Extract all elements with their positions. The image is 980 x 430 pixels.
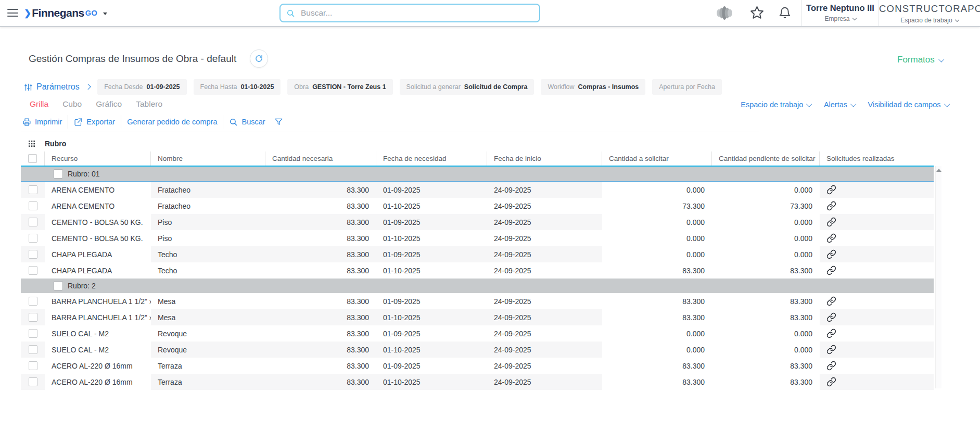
table-row[interactable]: ACERO AL-220 Ø 16mmTerraza83.30001-10-20… bbox=[21, 374, 934, 390]
row-checkbox[interactable] bbox=[29, 201, 37, 210]
checkbox-cell bbox=[21, 230, 45, 246]
table-row[interactable]: CEMENTO - BOLSA 50 KG.Piso83.30001-10-20… bbox=[21, 230, 934, 246]
solicitudes-link-icon[interactable] bbox=[820, 325, 934, 342]
row-checkbox[interactable] bbox=[29, 361, 37, 370]
notifications-icon[interactable] bbox=[778, 6, 792, 20]
buscar-button[interactable]: Buscar bbox=[229, 118, 265, 127]
panel-link-label: Visibilidad de campos bbox=[868, 100, 941, 109]
cell-cantidad-necesaria: 83.300 bbox=[265, 182, 376, 198]
table-row[interactable]: CHAPA PLEGADATecho83.30001-10-202524-09-… bbox=[21, 262, 934, 279]
group-checkbox[interactable] bbox=[54, 169, 63, 179]
cell-fecha-de-necesidad: 01-09-2025 bbox=[376, 325, 487, 342]
solicitudes-link-icon[interactable] bbox=[820, 214, 934, 230]
chevron-down-icon bbox=[807, 101, 812, 107]
column-header-cantidad-necesaria[interactable]: Cantidad necesaria bbox=[265, 151, 376, 166]
row-checkbox[interactable] bbox=[29, 266, 37, 275]
company-selector[interactable]: Torre Neptuno III Empresa bbox=[802, 0, 879, 26]
group-label: Rubro: 2 bbox=[68, 282, 96, 290]
tab-grilla[interactable]: Grilla bbox=[30, 99, 48, 109]
column-header-recurso[interactable]: Recurso bbox=[45, 151, 151, 166]
table-row[interactable]: SUELO CAL - M2Revoque83.30001-10-202524-… bbox=[21, 342, 934, 358]
solicitudes-link-icon[interactable] bbox=[820, 293, 934, 309]
group-by-bar[interactable]: Rubro bbox=[29, 137, 66, 150]
table-row[interactable]: CHAPA PLEGADATecho83.30001-09-202524-09-… bbox=[21, 246, 934, 262]
solicitudes-link-icon[interactable] bbox=[820, 182, 934, 198]
group-label: Rubro: 01 bbox=[68, 170, 99, 178]
group-checkbox[interactable] bbox=[54, 281, 63, 290]
panel-link-visibilidad-de-campos[interactable]: Visibilidad de campos bbox=[868, 100, 949, 109]
solicitudes-link-icon[interactable] bbox=[820, 198, 934, 214]
select-all-checkbox[interactable] bbox=[28, 154, 37, 163]
workspace-selector-label: Espacio de trabajo bbox=[900, 17, 952, 24]
search-input[interactable] bbox=[300, 8, 533, 18]
row-checkbox[interactable] bbox=[29, 218, 37, 226]
tab-cubo[interactable]: Cubo bbox=[62, 99, 82, 109]
menu-icon[interactable] bbox=[7, 9, 18, 19]
solicitudes-link-icon[interactable] bbox=[820, 342, 934, 358]
parameter-chip-label: Solicitud a generar bbox=[406, 83, 461, 91]
checkbox-cell bbox=[21, 342, 45, 358]
tab-tablero[interactable]: Tablero bbox=[136, 99, 162, 109]
workspace-selector[interactable]: CONSTRUCTORAPO Espacio de trabajo bbox=[879, 0, 980, 26]
chevron-right-icon bbox=[85, 84, 91, 90]
cell-recurso: CHAPA PLEGADA bbox=[45, 246, 151, 262]
refresh-button[interactable] bbox=[250, 49, 268, 68]
panel-link-alertas[interactable]: Alertas bbox=[824, 100, 856, 109]
global-search[interactable] bbox=[279, 4, 540, 22]
column-header-solicitudes-realizadas[interactable]: Solicitudes realizadas bbox=[820, 151, 934, 166]
finnegans-mark-icon[interactable] bbox=[715, 5, 734, 21]
filter-icon[interactable] bbox=[274, 117, 283, 127]
row-checkbox[interactable] bbox=[29, 313, 37, 322]
tab-grafico[interactable]: Gráfico bbox=[96, 99, 122, 109]
row-checkbox[interactable] bbox=[29, 250, 37, 259]
row-checkbox[interactable] bbox=[29, 377, 37, 386]
table-row[interactable]: CEMENTO - BOLSA 50 KG.Piso83.30001-09-20… bbox=[21, 214, 934, 230]
column-header-cantidad-pendiente-de-solicitar[interactable]: Cantidad pendiente de solicitar bbox=[712, 151, 820, 166]
parameter-chip-workflow[interactable]: WorkflowCompras - Insumos bbox=[541, 79, 645, 95]
parameters-toggle[interactable]: Parámetros bbox=[24, 82, 90, 92]
table-row[interactable]: BARRA PLANCHUELA 1 1/2" ›Mesa83.30001-09… bbox=[21, 293, 934, 309]
cell-nombre: Techo bbox=[151, 246, 265, 262]
row-checkbox[interactable] bbox=[29, 297, 37, 306]
toolbar-separator bbox=[121, 115, 121, 129]
solicitudes-link-icon[interactable] bbox=[820, 309, 934, 325]
row-checkbox[interactable] bbox=[29, 234, 37, 243]
solicitudes-link-icon[interactable] bbox=[820, 358, 934, 374]
parameter-chip-fecha-hasta[interactable]: Fecha Hasta01-10-2025 bbox=[194, 79, 281, 95]
solicitudes-link-icon[interactable] bbox=[820, 246, 934, 262]
table-row[interactable]: ARENA CEMENTOFratacheo83.30001-09-202524… bbox=[21, 182, 934, 198]
favorites-icon[interactable] bbox=[749, 5, 765, 20]
parameter-chip-fecha-desde[interactable]: Fecha Desde01-09-2025 bbox=[97, 79, 186, 95]
formats-dropdown[interactable]: Formatos bbox=[897, 55, 943, 65]
panel-link-label: Espacio de trabajo bbox=[741, 100, 803, 109]
table-row[interactable]: ACERO AL-220 Ø 16mmTerraza83.30001-09-20… bbox=[21, 358, 934, 374]
column-header-fecha-de-necesidad[interactable]: Fecha de necesidad bbox=[376, 151, 487, 166]
parameter-chip-solicitud-a-generar[interactable]: Solicitud a generarSolicitud de Compra bbox=[400, 79, 534, 95]
cell-cantidad-a-solicitar: 0.000 bbox=[602, 246, 712, 262]
solicitudes-link-icon[interactable] bbox=[820, 262, 934, 279]
parameter-chip-obra[interactable]: ObraGESTION - Torre Zeus 1 bbox=[287, 79, 392, 95]
table-row[interactable]: SUELO CAL - M2Revoque83.30001-09-202524-… bbox=[21, 325, 934, 342]
parameter-chip-apertura-por-fecha[interactable]: Apertura por Fecha bbox=[652, 79, 722, 95]
toolbar-divider bbox=[21, 132, 759, 132]
row-checkbox[interactable] bbox=[29, 329, 37, 338]
row-checkbox[interactable] bbox=[29, 345, 37, 354]
generar-pedido-de-compra-button[interactable]: Generar pedido de compra bbox=[127, 118, 217, 126]
imprimir-button[interactable]: Imprimir bbox=[22, 118, 62, 127]
app-logo[interactable]: ❯ Finnegans GO bbox=[24, 0, 107, 26]
column-header-cantidad-a-solicitar[interactable]: Cantidad a solicitar bbox=[602, 151, 712, 166]
solicitudes-link-icon[interactable] bbox=[820, 230, 934, 246]
table-row[interactable]: BARRA PLANCHUELA 1 1/2" ›Mesa83.30001-10… bbox=[21, 309, 934, 325]
group-row[interactable]: Rubro: 2 bbox=[21, 279, 934, 293]
vertical-scrollbar[interactable] bbox=[935, 166, 941, 388]
exportar-button[interactable]: Exportar bbox=[74, 118, 115, 127]
cell-fecha-de-necesidad: 01-10-2025 bbox=[376, 230, 487, 246]
table-row[interactable]: ARENA CEMENTOFratacheo83.30001-10-202524… bbox=[21, 198, 934, 214]
column-header-nombre[interactable]: Nombre bbox=[151, 151, 265, 166]
solicitudes-link-icon[interactable] bbox=[820, 374, 934, 390]
column-header-fecha-de-inicio[interactable]: Fecha de inicio bbox=[487, 151, 602, 166]
row-checkbox[interactable] bbox=[29, 185, 37, 194]
cell-fecha-de-inicio: 24-09-2025 bbox=[487, 293, 602, 309]
group-row[interactable]: Rubro: 01 bbox=[21, 167, 934, 182]
panel-link-espacio-de-trabajo[interactable]: Espacio de trabajo bbox=[741, 100, 811, 109]
